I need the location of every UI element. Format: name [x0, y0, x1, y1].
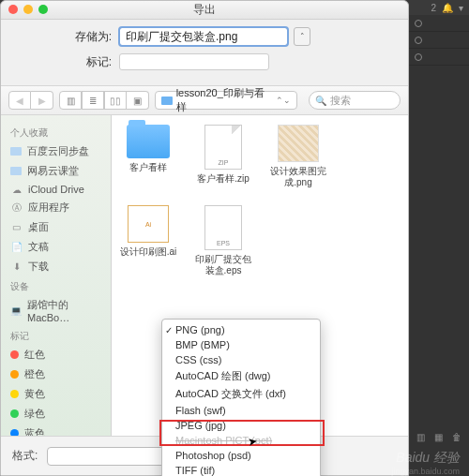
folder-icon	[10, 167, 22, 175]
sidebar-tag[interactable]: 蓝色	[1, 424, 111, 436]
location-label: lesson20_印刷与看样	[176, 86, 272, 114]
tag-dot-icon	[10, 429, 19, 436]
layer-row[interactable]	[409, 32, 469, 49]
window-controls	[8, 5, 48, 14]
tags-input[interactable]	[119, 53, 269, 70]
menu-item-label: JPEG (jpg)	[175, 420, 226, 431]
file-label: 设计印刷图.ai	[120, 246, 177, 258]
bell-icon[interactable]: 🔔	[442, 3, 453, 13]
sidebar-item-label: 应用程序	[28, 201, 69, 215]
file-item[interactable]: EPS 印刷厂提交包装盒.eps	[194, 205, 252, 276]
save-fields: 存储为: ˄ 标记:	[1, 20, 408, 85]
downloads-icon: ⬇	[10, 261, 23, 273]
menu-item-label: Photoshop (psd)	[175, 450, 251, 461]
titlebar: 导出	[1, 1, 408, 20]
tag-dot-icon	[10, 350, 19, 359]
sidebar-item[interactable]: ▭桌面	[1, 217, 111, 237]
file-item[interactable]: Ai 设计印刷图.ai	[119, 205, 177, 276]
sidebar-item[interactable]: 💻踢馆中的MacBo…	[1, 295, 111, 326]
visibility-icon[interactable]	[415, 20, 422, 27]
notif-count: 2	[431, 3, 436, 13]
forward-button[interactable]: ▶	[31, 91, 53, 110]
menu-item[interactable]: CSS (css)	[162, 352, 320, 367]
filename-input[interactable]	[119, 27, 288, 46]
tag-dot-icon	[10, 390, 19, 398]
sidebar-item-label: 黄色	[24, 387, 45, 401]
sidebar-tag[interactable]: 橙色	[1, 364, 111, 384]
view-icon-button[interactable]: ▥	[59, 91, 82, 110]
minimize-icon[interactable]	[23, 5, 33, 14]
sidebar: 个人收藏 百度云同步盘 网易云课堂 ☁iCloud Drive Ⓐ应用程序 ▭桌…	[1, 115, 112, 436]
sidebar-item[interactable]: 百度云同步盘	[1, 141, 111, 161]
collapse-button[interactable]: ˄	[294, 27, 310, 46]
panel-icon[interactable]: ▥	[416, 432, 425, 442]
view-column-button[interactable]: ▯▯	[104, 91, 127, 110]
panel-icon[interactable]: ▦	[434, 432, 443, 442]
image-icon	[278, 125, 319, 162]
file-label: 印刷厂提交包装盒.eps	[194, 254, 252, 276]
menu-item[interactable]: TIFF (tif)	[162, 463, 320, 476]
sidebar-item-label: 绿色	[24, 407, 45, 421]
sidebar-heading-tags: 标记	[1, 326, 111, 345]
view-list-button[interactable]: ≣	[82, 91, 104, 110]
sidebar-tag[interactable]: 红色	[1, 345, 111, 364]
tag-dot-icon	[10, 370, 19, 379]
menu-item[interactable]: AutoCAD 交换文件 (dxf)	[162, 385, 320, 403]
sidebar-item[interactable]: ⬇下载	[1, 257, 111, 276]
close-icon[interactable]	[8, 5, 18, 14]
menu-item[interactable]: Photoshop (psd)	[162, 448, 320, 463]
sidebar-item-label: 桌面	[28, 220, 49, 234]
file-item[interactable]: 客户看样.zip	[194, 125, 252, 188]
tags-label: 标记:	[16, 54, 119, 70]
menu-item[interactable]: ✓PNG (png)	[162, 322, 320, 337]
menu-item-label: PNG (png)	[175, 324, 225, 335]
zoom-icon[interactable]	[38, 5, 48, 14]
menu-item[interactable]: AutoCAD 绘图 (dwg)	[162, 367, 320, 385]
layer-row[interactable]	[409, 15, 469, 32]
sidebar-item-label: 百度云同步盘	[27, 144, 89, 158]
panel-footer-icons: ▥ ▦ 🗑	[409, 432, 469, 442]
search-icon: 🔍	[315, 96, 326, 106]
sidebar-heading-favorites: 个人收藏	[1, 123, 111, 141]
location-popup[interactable]: lesson20_印刷与看样 ⌃⌄	[155, 91, 297, 110]
menu-item-disabled: Macintosh PICT (pct)	[162, 433, 320, 448]
watermark-sub: jingyan.baidu.com	[391, 467, 460, 476]
file-item[interactable]: 客户看样	[119, 125, 177, 188]
sidebar-item-label: 下载	[28, 260, 49, 274]
sidebar-item[interactable]: 网易云课堂	[1, 161, 111, 181]
file-label: 设计效果图完成.png	[269, 166, 327, 188]
sidebar-item-label: 网易云课堂	[27, 164, 79, 178]
menu-item-label: BMP (BMP)	[175, 339, 230, 350]
layers-panel: ▥ ▦ 🗑	[409, 15, 469, 476]
sidebar-item-label: iCloud Drive	[28, 184, 84, 195]
sidebar-item[interactable]: Ⓐ应用程序	[1, 198, 111, 217]
browser-toolbar: ◀ ▶ ▥ ≣ ▯▯ ▣ lesson20_印刷与看样 ⌃⌄ 🔍 搜索	[1, 85, 408, 115]
menu-item-label: TIFF (tif)	[175, 465, 215, 476]
format-label: 格式:	[12, 448, 38, 464]
sidebar-tag[interactable]: 黄色	[1, 384, 111, 404]
visibility-icon[interactable]	[415, 53, 422, 61]
check-icon: ✓	[165, 325, 173, 335]
search-field[interactable]: 🔍 搜索	[309, 91, 401, 110]
layer-row[interactable]	[409, 49, 469, 66]
ai-icon: Ai	[128, 205, 169, 243]
back-button[interactable]: ◀	[8, 91, 31, 110]
folder-icon	[161, 97, 173, 105]
sidebar-item[interactable]: ☁iCloud Drive	[1, 181, 111, 198]
menu-item[interactable]: JPEG (jpg)	[162, 418, 320, 433]
menu-item-label: CSS (css)	[175, 354, 222, 365]
dropdown-icon[interactable]: ▾	[459, 3, 463, 13]
eps-icon: EPS	[204, 205, 242, 250]
sidebar-item-label: 文稿	[28, 240, 49, 254]
sidebar-item[interactable]: 📄文稿	[1, 237, 111, 257]
menu-item[interactable]: BMP (BMP)	[162, 337, 320, 352]
view-gallery-button[interactable]: ▣	[127, 91, 149, 110]
menu-item-label: AutoCAD 绘图 (dwg)	[175, 369, 270, 383]
menu-item[interactable]: Flash (swf)	[162, 403, 320, 418]
file-item[interactable]: 设计效果图完成.png	[269, 125, 327, 188]
sidebar-tag[interactable]: 绿色	[1, 404, 111, 424]
file-label: 客户看样	[129, 162, 167, 173]
visibility-icon[interactable]	[415, 37, 422, 44]
desktop-icon: ▭	[10, 222, 23, 233]
trash-icon[interactable]: 🗑	[452, 432, 461, 442]
